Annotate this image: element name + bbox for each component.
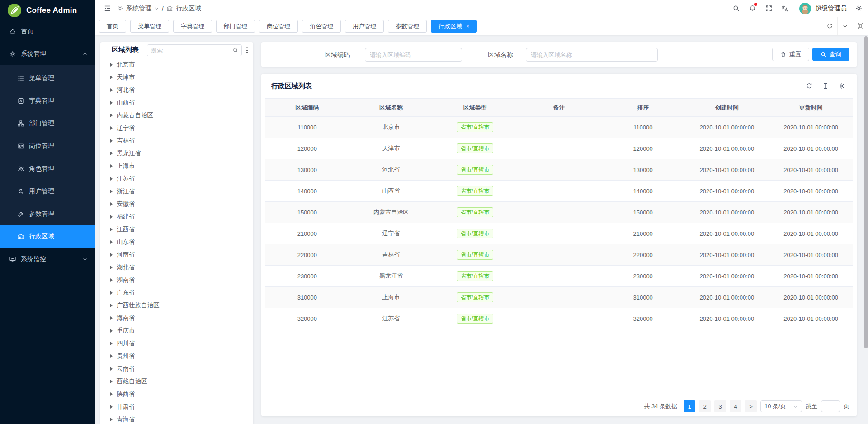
tree-item[interactable]: 浙江省 [100, 185, 253, 198]
content-maximize-icon[interactable] [853, 17, 868, 35]
tree-item[interactable]: 上海市 [100, 160, 253, 172]
caret-right-icon[interactable] [110, 392, 113, 396]
tab[interactable]: 角色管理 [302, 20, 341, 33]
caret-right-icon[interactable] [110, 405, 113, 409]
next-page-button[interactable]: > [745, 400, 757, 412]
sidebar-group-monitor[interactable]: 系统监控 [0, 248, 95, 271]
caret-right-icon[interactable] [110, 152, 113, 155]
table-row[interactable]: 140000 山西省 省市/直辖市 140000 2020-10-01 00:0… [265, 181, 853, 202]
sidebar-item-post-mgmt[interactable]: 岗位管理 [0, 135, 95, 157]
tree-item[interactable]: 云南省 [100, 362, 253, 375]
tabs-refresh-icon[interactable] [822, 17, 837, 35]
sidebar-item-dict-mgmt[interactable]: 字典管理 [0, 90, 95, 112]
caret-right-icon[interactable] [110, 164, 113, 168]
caret-right-icon[interactable] [110, 190, 113, 193]
caret-right-icon[interactable] [110, 380, 113, 383]
caret-right-icon[interactable] [110, 139, 113, 143]
breadcrumb-section[interactable]: 系统管理 [126, 5, 151, 13]
sidebar-item-menu-mgmt[interactable]: 菜单管理 [0, 67, 95, 90]
tree-item[interactable]: 黑龙江省 [100, 147, 253, 160]
caret-right-icon[interactable] [110, 228, 113, 231]
notification-bell-icon[interactable] [744, 5, 760, 12]
caret-right-icon[interactable] [110, 202, 113, 206]
caret-right-icon[interactable] [110, 354, 113, 358]
table-settings-icon[interactable] [838, 82, 845, 90]
table-row[interactable]: 310000 上海市 省市/直辖市 310000 2020-10-01 00:0… [265, 287, 853, 308]
fullscreen-icon[interactable] [760, 5, 777, 12]
caret-right-icon[interactable] [110, 215, 113, 219]
tree-item[interactable]: 安徽省 [100, 198, 253, 210]
tree-item[interactable]: 江苏省 [100, 172, 253, 185]
caret-right-icon[interactable] [110, 316, 113, 320]
caret-right-icon[interactable] [110, 76, 113, 79]
tree-item[interactable]: 福建省 [100, 210, 253, 223]
caret-right-icon[interactable] [110, 304, 113, 307]
tab[interactable]: 行政区域 × [431, 20, 477, 33]
caret-right-icon[interactable] [110, 329, 113, 333]
table-density-icon[interactable] [822, 82, 829, 90]
table-row[interactable]: 130000 河北省 省市/直辖市 130000 2020-10-01 00:0… [265, 159, 853, 181]
caret-right-icon[interactable] [110, 101, 113, 105]
sidebar-toggle-icon[interactable] [104, 5, 111, 12]
table-refresh-icon[interactable] [806, 82, 813, 90]
sidebar-item-dept-mgmt[interactable]: 部门管理 [0, 112, 95, 135]
tree-item[interactable]: 江西省 [100, 223, 253, 236]
tree-item[interactable]: 广西壮族自治区 [100, 299, 253, 312]
caret-right-icon[interactable] [110, 240, 113, 244]
tab-close-icon[interactable]: × [466, 24, 469, 29]
tree-item[interactable]: 河北省 [100, 84, 253, 96]
tree-search-input[interactable] [147, 45, 229, 56]
tree-item[interactable]: 海南省 [100, 312, 253, 324]
sidebar-group-system[interactable]: 系统管理 [0, 43, 95, 65]
jump-page-input[interactable] [821, 400, 840, 412]
reset-button[interactable]: 重置 [772, 48, 809, 61]
tab[interactable]: 部门管理 [216, 20, 255, 33]
tree-more-options-icon[interactable] [244, 45, 250, 55]
tree-item[interactable]: 山西省 [100, 96, 253, 109]
tree-item[interactable]: 四川省 [100, 337, 253, 350]
table-row[interactable]: 210000 辽宁省 省市/直辖市 210000 2020-10-01 00:0… [265, 223, 853, 244]
caret-right-icon[interactable] [110, 367, 113, 371]
tabs-menu-chevron-icon[interactable] [837, 17, 853, 35]
caret-right-icon[interactable] [110, 114, 113, 117]
sidebar-item-role-mgmt[interactable]: 角色管理 [0, 157, 95, 180]
page-size-select[interactable]: 10 条/页 [760, 400, 802, 412]
tree-item[interactable]: 湖南省 [100, 274, 253, 286]
settings-gear-icon[interactable] [855, 5, 863, 12]
tree-item[interactable]: 天津市 [100, 71, 253, 84]
tree-item[interactable]: 贵州省 [100, 350, 253, 362]
tree-item[interactable]: 山东省 [100, 236, 253, 248]
sidebar-item-home[interactable]: 首页 [0, 21, 95, 43]
tree-item[interactable]: 青海省 [100, 413, 253, 424]
page-button[interactable]: 1 [684, 400, 695, 412]
tree-item[interactable]: 吉林省 [100, 134, 253, 147]
table-row[interactable]: 110000 北京市 省市/直辖市 110000 2020-10-01 00:0… [265, 117, 853, 138]
search-icon[interactable] [728, 5, 744, 12]
caret-right-icon[interactable] [110, 291, 113, 295]
caret-right-icon[interactable] [110, 342, 113, 345]
user-menu[interactable]: 超级管理员 [799, 3, 847, 14]
search-button[interactable]: 查询 [812, 48, 849, 61]
table-row[interactable]: 320000 江苏省 省市/直辖市 320000 2020-10-01 00:0… [265, 308, 853, 329]
tab[interactable]: 岗位管理 [259, 20, 298, 33]
caret-right-icon[interactable] [110, 177, 113, 181]
caret-right-icon[interactable] [110, 63, 113, 67]
region-code-input[interactable] [365, 48, 462, 62]
tree-item[interactable]: 西藏自治区 [100, 375, 253, 388]
caret-right-icon[interactable] [110, 278, 113, 282]
tree-search-button[interactable] [229, 45, 241, 56]
tab[interactable]: 首页 [99, 20, 126, 33]
tab[interactable]: 参数管理 [388, 20, 427, 33]
tree-item[interactable]: 陕西省 [100, 388, 253, 400]
tree-item[interactable]: 北京市 [100, 58, 253, 71]
brand-logo[interactable]: Coffee Admin [0, 0, 95, 21]
page-button[interactable]: 3 [714, 400, 726, 412]
tree-item[interactable]: 湖北省 [100, 261, 253, 274]
table-row[interactable]: 220000 吉林省 省市/直辖市 220000 2020-10-01 00:0… [265, 244, 853, 266]
sidebar-item-param-mgmt[interactable]: 参数管理 [0, 203, 95, 225]
tree-item[interactable]: 广东省 [100, 286, 253, 299]
region-name-input[interactable] [526, 48, 658, 62]
page-button[interactable]: 2 [699, 400, 711, 412]
sidebar-item-user-mgmt[interactable]: 用户管理 [0, 180, 95, 203]
tree-item[interactable]: 内蒙古自治区 [100, 109, 253, 122]
